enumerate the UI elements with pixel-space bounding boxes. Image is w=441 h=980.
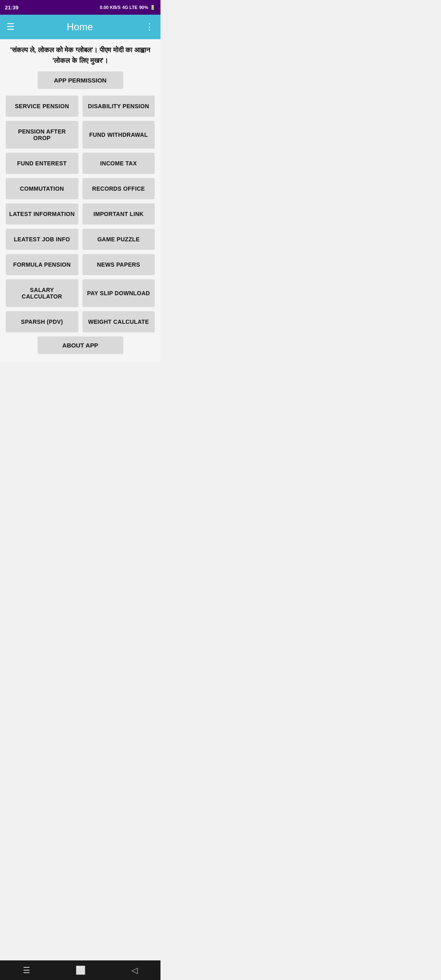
grid-button-commutation[interactable]: COMMUTATION <box>6 178 78 199</box>
grid-button-income-tax[interactable]: INCOME TAX <box>82 153 155 174</box>
app-bar-title: Home <box>67 21 93 33</box>
app-permission-button[interactable]: APP PERMISSION <box>38 71 123 89</box>
main-content: 'संकल्प ले, लोकल को मेक ग्लोबल'। पीएम मो… <box>0 39 160 362</box>
status-time: 21:39 <box>5 4 18 11</box>
grid-button-fund-withdrawal[interactable]: FUND WITHDRAWAL <box>82 121 155 149</box>
grid-button-fund-enterest[interactable]: FUND ENTEREST <box>6 153 78 174</box>
app-bar: ☰ Home ⋮ <box>0 15 160 39</box>
grid-button-news-papers[interactable]: NEWS PAPERS <box>82 254 155 275</box>
grid-button-salary-calculator[interactable]: SALARY CALCULATOR <box>6 279 78 307</box>
more-icon[interactable]: ⋮ <box>145 22 154 32</box>
grid-button-records-office[interactable]: RECORDS OFFICE <box>82 178 155 199</box>
grid-button-game-puzzle[interactable]: GAME PUZZLE <box>82 229 155 250</box>
status-right: 0.00 KB/S 4G LTE 90% 🔋 <box>100 5 156 10</box>
grid-button-pension-after-orop[interactable]: PENSION AFTER OROP <box>6 121 78 149</box>
grid-button-formula-pension[interactable]: FORMULA PENSION <box>6 254 78 275</box>
grid-button-leatest-job-info[interactable]: LEATEST JOB INFO <box>6 229 78 250</box>
grid-button-weight-calculate[interactable]: WEIGHT CALCULATE <box>82 311 155 332</box>
grid-button-pay-slip-download[interactable]: PAY SLIP DOWNLOAD <box>82 279 155 307</box>
grid-button-latest-information[interactable]: LATEST INFORMATION <box>6 203 78 225</box>
about-app-button[interactable]: ABOUT APP <box>38 336 123 354</box>
grid-button-important-link[interactable]: IMPORTANT LINK <box>82 203 155 225</box>
grid-button-sparsh-(pdv)[interactable]: SPARSH (PDV) <box>6 311 78 332</box>
hamburger-icon[interactable]: ☰ <box>7 22 15 32</box>
grid-button-disability-pension[interactable]: DISABILITY PENSION <box>82 96 155 117</box>
grid-button-service-pension[interactable]: SERVICE PENSION <box>6 96 78 117</box>
button-grid: SERVICE PENSIONDISABILITY PENSIONPENSION… <box>6 96 155 332</box>
banner-text: 'संकल्प ले, लोकल को मेक ग्लोबल'। पीएम मो… <box>6 45 155 66</box>
status-bar: 21:39 0.00 KB/S 4G LTE 90% 🔋 <box>0 0 160 15</box>
